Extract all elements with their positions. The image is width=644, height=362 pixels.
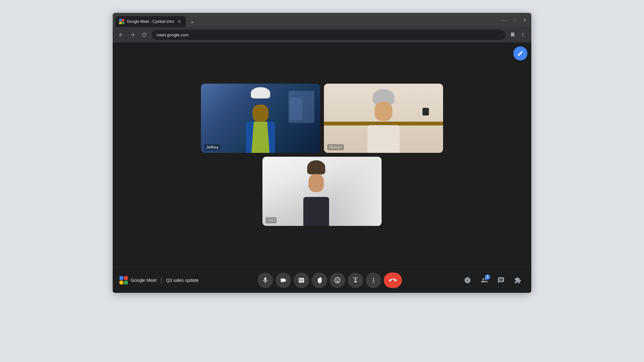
bottom-video-row: You: [262, 157, 382, 226]
jeffrey-face: [252, 105, 269, 122]
present-button[interactable]: [348, 273, 363, 288]
address-bar[interactable]: meet.google.com: [151, 30, 506, 40]
activities-button[interactable]: [511, 273, 525, 287]
browser-titlebar: Google Meet - Cymbal intro ✕ + — □ ✕: [113, 13, 531, 27]
margot-tile[interactable]: Margot: [324, 84, 443, 153]
people-count-badge: 3: [485, 274, 490, 280]
tab-close-button[interactable]: ✕: [177, 19, 182, 24]
camera-button[interactable]: [276, 273, 291, 288]
bookmark-button[interactable]: [508, 30, 517, 39]
toolbar-actions: [508, 30, 527, 39]
you-label: You: [266, 217, 277, 223]
maximize-button[interactable]: □: [511, 16, 518, 24]
meet-bottombar: Google Meet | Q3 sales update: [113, 267, 531, 293]
margot-bird: [422, 108, 429, 116]
video-grid: Jeffrey Margot: [113, 42, 531, 267]
jeffrey-label: Jeffrey: [204, 144, 221, 150]
top-video-row: Jeffrey Margot: [201, 84, 443, 153]
controls-center: [199, 273, 460, 288]
meet-logo: [119, 276, 128, 285]
meeting-title: Q3 sales update: [166, 278, 199, 283]
browser-window: Google Meet - Cymbal intro ✕ + — □ ✕ mee…: [113, 13, 531, 293]
end-call-button[interactable]: [384, 273, 402, 288]
tab-area: Google Meet - Cymbal intro ✕ +: [115, 13, 197, 27]
meet-divider: |: [160, 276, 162, 284]
you-video: [262, 157, 382, 226]
meet-app-name: Google Meet: [131, 278, 156, 283]
bg-machinery2: [289, 97, 302, 120]
jeffrey-helmet: [251, 87, 270, 98]
address-text: meet.google.com: [156, 32, 500, 37]
info-button[interactable]: [460, 273, 475, 287]
you-hair: [307, 160, 325, 174]
you-bg-white: [334, 157, 382, 226]
close-button[interactable]: ✕: [521, 16, 529, 24]
menu-button[interactable]: [518, 30, 527, 39]
tab-favicon: [119, 19, 124, 24]
emoji-button[interactable]: [330, 273, 345, 288]
controls-right: 3: [460, 273, 525, 287]
more-options-button[interactable]: [366, 273, 381, 288]
tab-title: Google Meet - Cymbal intro: [127, 19, 174, 24]
svg-rect-1: [124, 276, 128, 280]
back-button[interactable]: [117, 30, 126, 39]
minimize-button[interactable]: —: [500, 16, 508, 24]
margot-label: Margot: [327, 144, 344, 150]
svg-rect-0: [119, 276, 123, 280]
svg-rect-3: [124, 281, 128, 284]
people-button[interactable]: 3: [477, 273, 491, 287]
you-face: [308, 174, 324, 192]
meet-info: Google Meet | Q3 sales update: [119, 276, 199, 285]
you-body: [303, 197, 329, 226]
raise-hand-button[interactable]: [312, 273, 327, 288]
jeffrey-tile[interactable]: Jeffrey: [201, 84, 320, 153]
active-tab[interactable]: Google Meet - Cymbal intro ✕: [115, 16, 186, 27]
browser-toolbar: meet.google.com: [113, 27, 531, 42]
mic-button[interactable]: [258, 273, 273, 288]
svg-rect-2: [119, 281, 123, 284]
reload-button[interactable]: [140, 30, 149, 39]
fab-button[interactable]: [513, 46, 527, 60]
forward-button[interactable]: [128, 30, 137, 39]
meet-content: Jeffrey Margot: [113, 42, 531, 293]
margot-body: [367, 125, 400, 153]
jeffrey-video: [201, 84, 320, 153]
margot-video: [324, 84, 443, 153]
chat-button[interactable]: [494, 273, 508, 287]
new-tab-button[interactable]: +: [188, 18, 197, 27]
margot-face: [375, 102, 393, 121]
captions-button[interactable]: [294, 273, 309, 288]
you-tile[interactable]: You: [262, 157, 382, 226]
